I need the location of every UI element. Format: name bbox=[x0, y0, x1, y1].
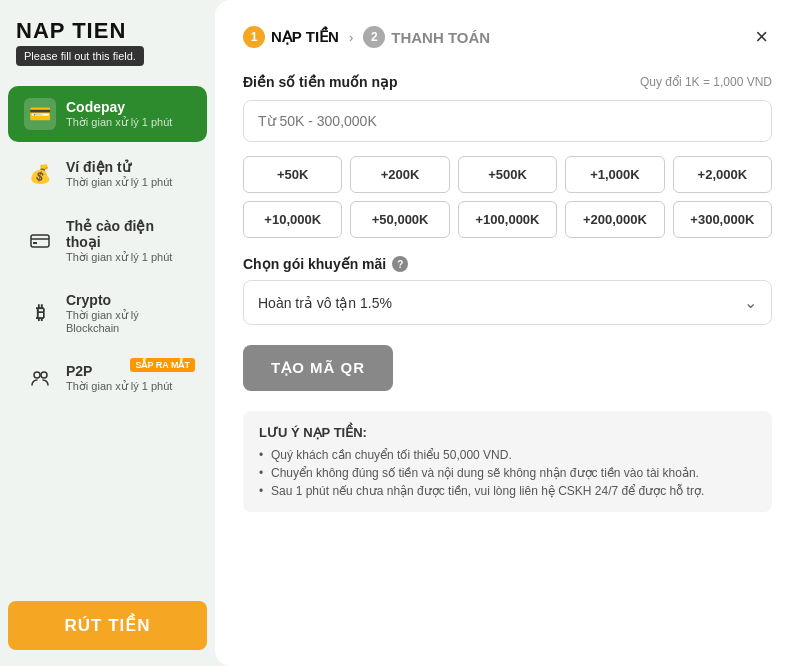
crypto-sublabel: Thời gian xử lý Blockchain bbox=[66, 309, 191, 334]
promo-title: Chọn gói khuyến mãi bbox=[243, 256, 386, 272]
close-button[interactable]: × bbox=[751, 24, 772, 50]
tooltip-box: Please fill out this field. bbox=[16, 46, 144, 66]
p2p-icon bbox=[24, 362, 56, 394]
sidebar: NAP TIEN Please fill out this field. 💳 C… bbox=[0, 0, 215, 666]
quick-btn-2000k[interactable]: +2,000K bbox=[673, 156, 772, 193]
quick-btn-100000k[interactable]: +100,000K bbox=[458, 201, 557, 238]
quick-row-1: +50K +200K +500K +1,000K +2,000K bbox=[243, 156, 772, 193]
vi-dien-tu-text: Ví điện tử Thời gian xử lý 1 phút bbox=[66, 159, 172, 189]
quick-btn-50000k[interactable]: +50,000K bbox=[350, 201, 449, 238]
quick-btn-200000k[interactable]: +200,000K bbox=[565, 201, 664, 238]
amount-input[interactable] bbox=[243, 100, 772, 142]
notice-title: LƯU Ý NẠP TIỀN: bbox=[259, 425, 756, 440]
vi-dien-tu-icon: 💰 bbox=[24, 158, 56, 190]
main-content: 1 NẠP TIỀN › 2 THANH TOÁN × Điền số tiền… bbox=[215, 0, 800, 666]
the-cao-icon bbox=[24, 225, 56, 257]
step2-label: THANH TOÁN bbox=[391, 29, 490, 46]
notice-item-2: Chuyển không đúng số tiền và nội dung sẽ… bbox=[259, 466, 756, 480]
step-nav: 1 NẠP TIỀN › 2 THANH TOÁN bbox=[243, 26, 751, 48]
exchange-rate: Quy đổi 1K = 1,000 VND bbox=[640, 75, 772, 89]
promo-dropdown[interactable]: Hoàn trả vô tận 1.5% ⌄ bbox=[243, 280, 772, 325]
quick-btn-10000k[interactable]: +10,000K bbox=[243, 201, 342, 238]
amount-section-header: Điền số tiền muốn nạp Quy đổi 1K = 1,000… bbox=[243, 74, 772, 90]
sidebar-header: NAP TIEN Please fill out this field. bbox=[0, 0, 215, 76]
step1-badge: 1 bbox=[243, 26, 265, 48]
sidebar-title: NAP TIEN bbox=[16, 18, 199, 44]
svg-rect-2 bbox=[33, 242, 37, 244]
modal-header: 1 NẠP TIỀN › 2 THANH TOÁN × bbox=[243, 24, 772, 50]
step1: 1 NẠP TIỀN bbox=[243, 26, 339, 48]
svg-point-3 bbox=[34, 372, 40, 378]
svg-rect-0 bbox=[31, 235, 49, 247]
the-cao-label: Thẻ cào điện thoại bbox=[66, 218, 191, 250]
promo-section: Chọn gói khuyến mãi ? Hoàn trả vô tận 1.… bbox=[243, 256, 772, 325]
p2p-sublabel: Thời gian xử lý 1 phút bbox=[66, 380, 172, 393]
sidebar-item-p2p[interactable]: P2P Thời gian xử lý 1 phút SẮP RA MẮT bbox=[8, 350, 207, 406]
quick-btn-50k[interactable]: +50K bbox=[243, 156, 342, 193]
crypto-label: Crypto bbox=[66, 292, 191, 308]
crypto-text: Crypto Thời gian xử lý Blockchain bbox=[66, 292, 191, 334]
quick-row-2: +10,000K +50,000K +100,000K +200,000K +3… bbox=[243, 201, 772, 238]
vi-dien-tu-sublabel: Thời gian xử lý 1 phút bbox=[66, 176, 172, 189]
sidebar-item-the-cao[interactable]: Thẻ cào điện thoại Thời gian xử lý 1 phú… bbox=[8, 206, 207, 276]
quick-btn-1000k[interactable]: +1,000K bbox=[565, 156, 664, 193]
sidebar-item-crypto[interactable]: ₿ Crypto Thời gian xử lý Blockchain bbox=[8, 280, 207, 346]
quick-btn-300000k[interactable]: +300,000K bbox=[673, 201, 772, 238]
promo-label: Chọn gói khuyến mãi ? bbox=[243, 256, 772, 272]
amount-section-title: Điền số tiền muốn nạp bbox=[243, 74, 398, 90]
the-cao-sublabel: Thời gian xử lý 1 phút bbox=[66, 251, 191, 264]
p2p-badge: SẮP RA MẮT bbox=[130, 358, 195, 372]
step2-badge: 2 bbox=[363, 26, 385, 48]
step2: 2 THANH TOÁN bbox=[363, 26, 490, 48]
step1-label: NẠP TIỀN bbox=[271, 28, 339, 46]
codepay-icon: 💳 bbox=[24, 98, 56, 130]
create-qr-button[interactable]: TẠO MÃ QR bbox=[243, 345, 393, 391]
crypto-icon: ₿ bbox=[24, 297, 56, 329]
codepay-text: Codepay Thời gian xử lý 1 phút bbox=[66, 99, 172, 129]
sidebar-item-vi-dien-tu[interactable]: 💰 Ví điện tử Thời gian xử lý 1 phút bbox=[8, 146, 207, 202]
svg-point-4 bbox=[41, 372, 47, 378]
step-arrow-icon: › bbox=[349, 30, 353, 45]
codepay-sublabel: Thời gian xử lý 1 phút bbox=[66, 116, 172, 129]
rut-tien-button[interactable]: RÚT TIỀN bbox=[8, 601, 207, 650]
the-cao-text: Thẻ cào điện thoại Thời gian xử lý 1 phú… bbox=[66, 218, 191, 264]
chevron-down-icon: ⌄ bbox=[744, 293, 757, 312]
notice-item-1: Quý khách cần chuyển tối thiểu 50,000 VN… bbox=[259, 448, 756, 462]
help-icon[interactable]: ? bbox=[392, 256, 408, 272]
codepay-label: Codepay bbox=[66, 99, 172, 115]
notice-box: LƯU Ý NẠP TIỀN: Quý khách cần chuyển tối… bbox=[243, 411, 772, 512]
sidebar-menu: 💳 Codepay Thời gian xử lý 1 phút 💰 Ví đi… bbox=[0, 76, 215, 585]
quick-amounts: +50K +200K +500K +1,000K +2,000K +10,000… bbox=[243, 156, 772, 238]
notice-item-3: Sau 1 phút nếu chưa nhận được tiền, vui … bbox=[259, 484, 756, 498]
quick-btn-200k[interactable]: +200K bbox=[350, 156, 449, 193]
sidebar-footer: RÚT TIỀN bbox=[0, 585, 215, 666]
promo-value: Hoàn trả vô tận 1.5% bbox=[258, 295, 392, 311]
quick-btn-500k[interactable]: +500K bbox=[458, 156, 557, 193]
notice-list: Quý khách cần chuyển tối thiểu 50,000 VN… bbox=[259, 448, 756, 498]
sidebar-item-codepay[interactable]: 💳 Codepay Thời gian xử lý 1 phút bbox=[8, 86, 207, 142]
vi-dien-tu-label: Ví điện tử bbox=[66, 159, 172, 175]
